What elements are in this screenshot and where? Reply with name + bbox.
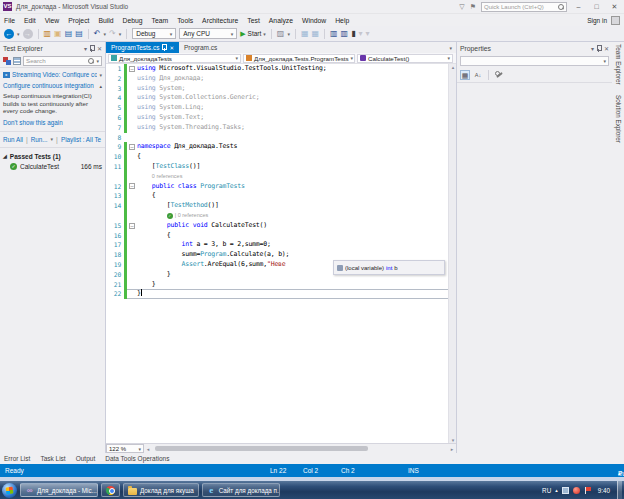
- menu-item-file[interactable]: File: [4, 17, 15, 24]
- bookmark-icon[interactable]: ▮: [351, 29, 355, 39]
- chevron-down-icon[interactable]: ▾: [99, 72, 102, 78]
- zoom-dropdown[interactable]: 122 % ▾: [106, 444, 144, 453]
- scroll-left-icon[interactable]: ◂: [144, 446, 152, 452]
- test-result-row[interactable]: ✓ CalculateTest 166 ms: [0, 161, 105, 172]
- undo-dropdown-icon[interactable]: ▾: [103, 31, 106, 37]
- code-line[interactable]: 17 int a = 3, b = 2,summ=0;: [106, 240, 456, 250]
- bottom-tab-output[interactable]: Output: [76, 455, 96, 462]
- comment-icon[interactable]: ▥: [330, 29, 338, 39]
- side-tab-solution-explorer[interactable]: Solution Explorer: [615, 95, 622, 143]
- navigate-forward-button[interactable]: →: [23, 29, 33, 39]
- pin-icon[interactable]: [597, 45, 601, 52]
- tab-program-cs[interactable]: Program.cs: [179, 42, 222, 53]
- app-tray-icon[interactable]: [573, 487, 580, 494]
- playlist-link[interactable]: Playlist : All Te: [61, 136, 101, 143]
- indent-increase-icon[interactable]: ▦: [311, 29, 319, 39]
- horizontal-scrollbar[interactable]: ◂ ▸: [144, 444, 456, 453]
- sign-in-button[interactable]: Sign in: [587, 17, 607, 24]
- code-line[interactable]: 2using Для_доклада;: [106, 74, 456, 84]
- bottom-tab-error-list[interactable]: Error List: [4, 455, 30, 462]
- taskbar-button-chrome[interactable]: [101, 483, 120, 497]
- avatar[interactable]: [611, 16, 620, 25]
- menu-item-architecture[interactable]: Architecture: [202, 17, 238, 24]
- chevron-down-icon[interactable]: ▾: [591, 45, 594, 52]
- menu-item-edit[interactable]: Edit: [24, 17, 36, 24]
- save-all-button[interactable]: ▤: [75, 29, 83, 39]
- action-center-icon[interactable]: [584, 487, 591, 494]
- test-explorer-header[interactable]: Test Explorer ▾ ✕: [0, 42, 105, 54]
- code-line[interactable]: 21 }: [106, 280, 456, 290]
- collapse-icon[interactable]: –: [129, 66, 135, 72]
- close-icon[interactable]: ✕: [604, 45, 609, 52]
- vertical-scrollbar[interactable]: ▴ ▾: [448, 64, 456, 443]
- bookmark-prev-icon[interactable]: ▾: [359, 29, 363, 39]
- indent-decrease-icon[interactable]: ▦: [301, 29, 309, 39]
- start-debug-button[interactable]: ▶ Start ▾: [240, 30, 266, 38]
- start-button[interactable]: [2, 483, 17, 498]
- pin-icon[interactable]: [90, 45, 94, 52]
- scroll-right-icon[interactable]: ▸: [448, 446, 456, 452]
- passed-tests-group[interactable]: ◢ Passed Tests (1): [0, 150, 105, 161]
- menu-item-help[interactable]: Help: [335, 17, 349, 24]
- collapse-icon[interactable]: –: [129, 223, 135, 229]
- chevron-down-icon[interactable]: ▾: [84, 45, 87, 52]
- code-line[interactable]: 12– public class ProgramTests: [106, 182, 456, 192]
- uncomment-icon[interactable]: ▥: [341, 29, 349, 39]
- menu-item-project[interactable]: Project: [68, 17, 89, 24]
- code-line[interactable]: 5using System.Linq;: [106, 103, 456, 113]
- side-tab-team-explorer[interactable]: Team Explorer: [615, 44, 622, 85]
- minimize-button[interactable]: –: [572, 3, 585, 10]
- code-line[interactable]: 10{: [106, 152, 456, 162]
- code-line[interactable]: 16 {: [106, 231, 456, 241]
- code-line[interactable]: 13 {: [106, 191, 456, 201]
- save-button[interactable]: ▤: [65, 29, 73, 39]
- clock[interactable]: 9:40: [595, 487, 613, 494]
- maximize-button[interactable]: □: [590, 3, 603, 10]
- menu-item-tools[interactable]: Tools: [177, 17, 193, 24]
- menu-item-debug[interactable]: Debug: [123, 17, 143, 24]
- open-file-button[interactable]: ▣: [54, 29, 62, 39]
- language-indicator[interactable]: RU: [542, 487, 551, 494]
- code-line[interactable]: 8: [106, 133, 456, 143]
- code-line[interactable]: 22}: [106, 289, 456, 299]
- show-desktop-button[interactable]: [617, 481, 622, 499]
- menu-item-build[interactable]: Build: [98, 17, 113, 24]
- bookmark-next-icon[interactable]: ▾: [366, 29, 370, 39]
- member-dropdown[interactable]: CalculateTest() ▾: [357, 54, 453, 63]
- code-line[interactable]: 11 [TestClass()]: [106, 162, 456, 172]
- close-icon[interactable]: ✕: [169, 45, 174, 51]
- type-dropdown[interactable]: Для_доклада.Tests.ProgramTests ▾: [243, 54, 355, 63]
- close-button[interactable]: ✕: [608, 3, 621, 11]
- solution-platform-dropdown[interactable]: Any CPU ▾: [179, 28, 237, 39]
- project-dropdown[interactable]: Для_докладаTests ▾: [108, 54, 241, 63]
- tool-icon[interactable]: ▨: [277, 29, 285, 39]
- redo-button[interactable]: ↷: [109, 29, 116, 39]
- scrollbar-thumb[interactable]: [155, 446, 368, 451]
- run-tests-after-build-icon[interactable]: [3, 57, 11, 65]
- tab-programtests-cs[interactable]: ProgramTests.cs✕: [106, 42, 179, 53]
- categorized-view-button[interactable]: ▦: [460, 70, 470, 80]
- new-project-button[interactable]: ▥: [44, 29, 52, 39]
- close-icon[interactable]: ✕: [97, 45, 102, 52]
- menu-item-analyze[interactable]: Analyze: [269, 17, 293, 24]
- menu-item-view[interactable]: View: [45, 17, 60, 24]
- code-line[interactable]: 18 summ=Program.Calculate(a, b);: [106, 250, 456, 260]
- code-line[interactable]: 7using System.Threading.Tasks;: [106, 123, 456, 133]
- quick-launch-input[interactable]: Quick Launch (Ctrl+Q): [481, 2, 567, 12]
- taskbar-button-internet-explorer[interactable]: eСайт для доклада п...: [202, 483, 280, 497]
- dismiss-link[interactable]: Don't show this again: [3, 119, 63, 126]
- display-tray-icon[interactable]: [562, 487, 569, 494]
- alphabetical-view-button[interactable]: A↓: [473, 70, 483, 80]
- configure-ci-link[interactable]: Configure continuous integration: [3, 82, 94, 89]
- menu-item-window[interactable]: Window: [302, 17, 326, 24]
- object-dropdown[interactable]: ▾: [460, 56, 609, 66]
- bottom-tab-task-list[interactable]: Task List: [40, 455, 65, 462]
- bottom-tab-data-tools-operations[interactable]: Data Tools Operations: [105, 455, 169, 462]
- test-search-input[interactable]: Search ▾: [23, 56, 102, 66]
- chevron-down-icon[interactable]: ▾: [287, 31, 290, 37]
- menu-item-test[interactable]: Test: [247, 17, 259, 24]
- funnel-icon[interactable]: ▽: [459, 3, 464, 11]
- code-line[interactable]: 4using System.Collections.Generic;: [106, 93, 456, 103]
- property-pages-button[interactable]: [494, 70, 504, 80]
- redo-dropdown-icon[interactable]: ▾: [119, 31, 122, 37]
